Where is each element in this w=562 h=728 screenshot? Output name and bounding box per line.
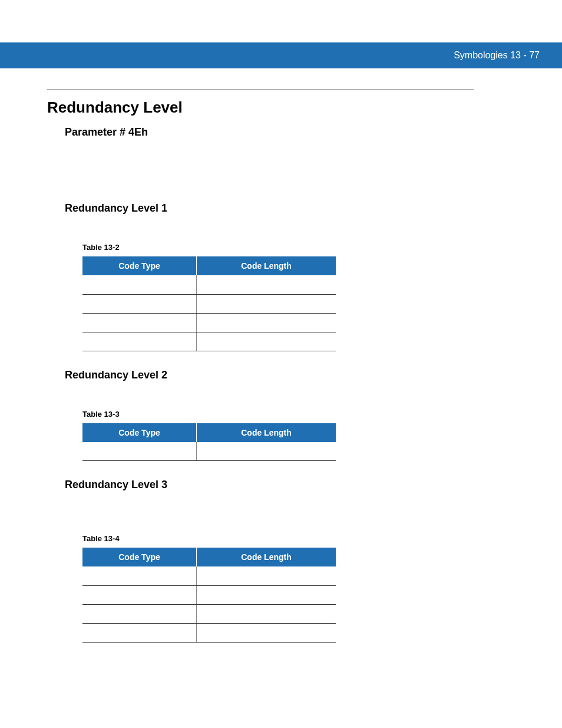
table-cell [197,275,336,294]
table-cell [82,566,197,585]
table-row [82,566,336,585]
parameter-heading: Parameter # 4Eh [65,126,474,139]
table-2: Code Type Code Length [82,423,336,462]
page-header-bar: Symbologies 13 - 77 [0,42,562,68]
table-cell [197,294,336,313]
table-cell [197,313,336,332]
section-heading-1: Redundancy Level 1 [65,202,474,215]
table-2-header-code-type: Code Type [82,423,197,442]
table-caption-2: Table 13-3 [82,410,474,419]
table-cell [197,566,336,585]
table-cell [82,275,197,294]
table-3: Code Type Code Length [82,548,336,643]
table-row [82,585,336,604]
table-cell [82,623,197,642]
table-1: Code Type Code Length [82,256,336,351]
table-row [82,442,336,461]
section-heading-2: Redundancy Level 2 [65,369,474,381]
table-row [82,623,336,642]
table-3-header-code-type: Code Type [82,548,197,566]
table-caption-1: Table 13-2 [82,243,474,252]
table-caption-3: Table 13-4 [82,534,474,543]
top-rule [47,90,474,90]
table-cell [82,332,197,351]
table-row [82,604,336,623]
table-block-3: Table 13-4 Code Type Code Length [82,534,474,643]
table-2-header-code-length: Code Length [197,423,336,442]
table-row [82,332,336,351]
page-header-text: Symbologies 13 - 77 [454,50,540,61]
table-row [82,313,336,332]
table-cell [197,623,336,642]
table-cell [82,313,197,332]
table-row [82,294,336,313]
table-cell [82,604,197,623]
table-block-1: Table 13-2 Code Type Code Length [82,243,474,351]
table-cell [197,442,336,461]
table-1-header-code-type: Code Type [82,256,197,275]
page-title: Redundancy Level [47,98,474,117]
table-1-header-code-length: Code Length [197,256,336,275]
table-row [82,275,336,294]
table-3-header-code-length: Code Length [197,548,336,566]
table-block-2: Table 13-3 Code Type Code Length [82,410,474,462]
section-heading-3: Redundancy Level 3 [65,479,474,491]
table-cell [82,294,197,313]
table-cell [82,585,197,604]
table-cell [82,442,197,461]
table-cell [197,332,336,351]
table-cell [197,604,336,623]
page-content: Redundancy Level Parameter # 4Eh Redunda… [0,68,562,643]
table-cell [197,585,336,604]
